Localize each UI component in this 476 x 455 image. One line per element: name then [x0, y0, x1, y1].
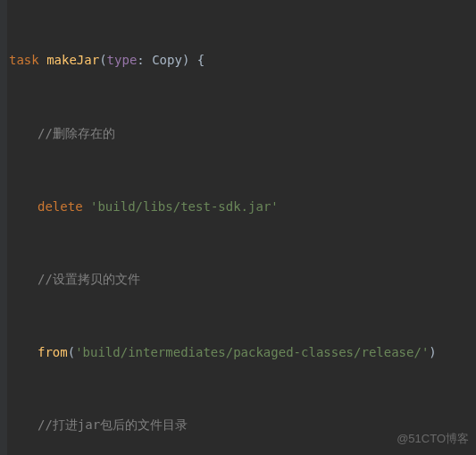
code-editor[interactable]: task makeJar(type: Copy) { //删除存在的 delet…: [0, 0, 476, 455]
watermark: @51CTO博客: [397, 427, 469, 450]
comment: //设置拷贝的文件: [38, 267, 140, 291]
string-literal: 'build/intermediates/packaged-classes/re…: [75, 341, 429, 365]
gutter: [0, 0, 7, 455]
task-name: makeJar: [46, 48, 99, 72]
code-line[interactable]: //设置拷贝的文件: [7, 267, 476, 291]
string-literal: 'build/libs/test-sdk.jar': [90, 195, 279, 219]
keyword-task: task: [9, 48, 39, 72]
code-line[interactable]: delete 'build/libs/test-sdk.jar': [7, 195, 476, 219]
comment: //删除存在的: [38, 122, 115, 146]
comment: //打进jar包后的文件目录: [38, 413, 188, 437]
code-line[interactable]: //删除存在的: [7, 122, 476, 146]
code-line[interactable]: task makeJar(type: Copy) {: [7, 49, 476, 73]
code-line[interactable]: from('build/intermediates/packaged-class…: [7, 341, 476, 365]
